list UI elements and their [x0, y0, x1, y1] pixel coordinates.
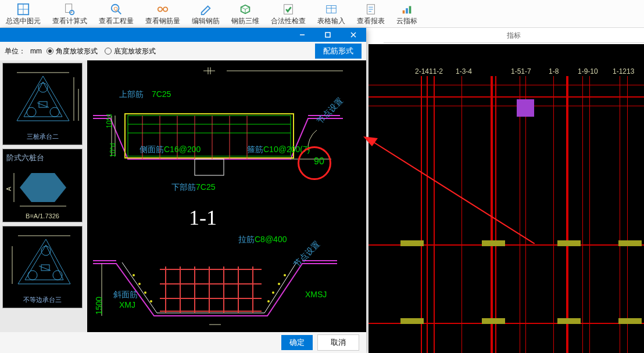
tool-view-quantity[interactable]: Q 查看工程量: [93, 1, 139, 27]
unit-value: mm: [30, 47, 42, 55]
tool-view-formula[interactable]: 查看计算式: [46, 1, 93, 27]
minimize-button[interactable]: [289, 28, 315, 42]
tool-rebar-3d[interactable]: 钢筋三维: [226, 1, 265, 27]
label-text: 下部筋: [171, 182, 196, 192]
dialog-title-bar: [0, 28, 366, 42]
tool-view-rebar-qty[interactable]: 查看钢筋量: [139, 1, 186, 27]
svg-point-88: [284, 274, 286, 276]
tool-label: 查看工程量: [99, 16, 134, 26]
pile-cap-block[interactable]: [557, 240, 581, 246]
grid-line: [553, 76, 554, 353]
grid-line: [368, 85, 644, 85]
tool-edit-rebar[interactable]: 编辑钢筋: [186, 1, 226, 27]
ribbon-sub-text: 指标: [507, 31, 521, 41]
xmj-value[interactable]: XMJ: [119, 300, 135, 309]
edit-icon: [198, 2, 214, 16]
rebar-qty-icon: [155, 2, 171, 16]
svg-point-91: [267, 300, 270, 302]
pile-cap-block[interactable]: [400, 240, 424, 246]
cube-icon: [237, 2, 253, 16]
dialog-footer: 确定 取消: [0, 332, 366, 353]
rebar-value: 7C25: [152, 89, 171, 99]
tie-annotation[interactable]: 拉筋C8@400: [238, 235, 287, 245]
side-rebar-annotation[interactable]: 侧面筋C16@200: [139, 145, 201, 155]
svg-line-47: [39, 266, 51, 271]
cancel-button[interactable]: 取消: [317, 334, 359, 351]
svg-point-44: [28, 271, 37, 280]
thumb-caption: 三桩承台二: [5, 131, 80, 142]
axis-label: 1-3-4: [456, 67, 472, 75]
svg-text:A: A: [5, 186, 12, 191]
svg-rect-10: [284, 5, 293, 15]
grid-line: [495, 76, 496, 353]
svg-rect-19: [406, 8, 408, 13]
pile-cap-block[interactable]: [482, 318, 505, 324]
unit-label: 单位：: [5, 46, 26, 56]
section-drawing-area[interactable]: 上部筋 7C25 侧面筋C16@200 箍筋C10@200(7) 下部筋7C25…: [87, 60, 366, 332]
label-text: 箍筋: [247, 145, 263, 154]
tool-label: 合法性检查: [271, 16, 306, 26]
grid-line: [427, 76, 428, 353]
svg-point-8: [158, 7, 162, 11]
grid-line: [589, 76, 590, 353]
dialog-body: 三桩承台二 阶式六桩台 A B=A/1.7326: [0, 60, 366, 332]
radio-width-slope[interactable]: 底宽放坡形式: [105, 46, 156, 56]
column-block[interactable]: [517, 99, 534, 117]
svg-line-6: [118, 11, 121, 15]
magnify-q-icon: Q: [108, 2, 124, 16]
chart-icon: [399, 2, 415, 16]
template-thumb-tripile[interactable]: 三桩承台二: [2, 63, 83, 145]
tool-label: 云指标: [396, 16, 417, 26]
dim-10d-upper: 10*d: [105, 114, 113, 128]
pile-cap-block[interactable]: [618, 318, 642, 324]
template-thumb-unequal[interactable]: 不等边承台三: [2, 226, 83, 308]
svg-point-86: [144, 291, 146, 294]
check-icon: [280, 2, 296, 16]
axis-label: 1-9-10: [578, 67, 598, 75]
template-side-panel[interactable]: 三桩承台二 阶式六桩台 A B=A/1.7326: [0, 60, 87, 332]
tool-label: 表格输入: [317, 16, 345, 26]
svg-point-84: [133, 274, 135, 276]
bottom-rebar-annotation[interactable]: 下部筋7C25: [171, 182, 215, 193]
grid-line: [566, 76, 568, 353]
top-rebar-annotation[interactable]: 上部筋 7C25: [119, 89, 171, 100]
close-button[interactable]: [341, 28, 366, 42]
pile-cap-block[interactable]: [557, 318, 581, 324]
axis-label: 2-1411-2: [415, 67, 443, 75]
ok-button[interactable]: 确定: [281, 335, 313, 350]
pile-cap-block[interactable]: [400, 318, 424, 324]
slope-rebar-label[interactable]: 斜面筋: [113, 290, 138, 300]
grid-line: [368, 96, 644, 98]
grid-icon: [15, 2, 31, 16]
grid-line: [368, 106, 644, 106]
tool-select-elements[interactable]: 总选中图元: [0, 1, 46, 27]
pile-cap-block[interactable]: [618, 240, 642, 246]
svg-marker-37: [20, 173, 66, 202]
svg-marker-42: [25, 245, 63, 280]
label-text: 侧面筋: [139, 145, 164, 154]
tool-label: 查看钢筋量: [145, 16, 180, 26]
tool-label: 钢筋三维: [231, 16, 259, 26]
svg-rect-24: [325, 33, 330, 37]
maximize-button[interactable]: [315, 28, 341, 42]
thumb-caption: 不等边承台三: [5, 294, 80, 305]
axis-label: 1-1213: [613, 67, 634, 75]
svg-rect-20: [409, 6, 412, 14]
axis-label: 1-8: [549, 67, 559, 75]
radio-angle-slope[interactable]: 角度放坡形式: [46, 46, 98, 56]
template-thumb-hexpile[interactable]: 阶式六桩台 A B=A/1.7326: [2, 149, 83, 222]
top-toolbar: 总选中图元 查看计算式 Q 查看工程量 查看钢筋量 编辑钢筋 钢筋三维 合法性检…: [0, 0, 644, 28]
svg-point-87: [150, 300, 152, 302]
pile-cap-block[interactable]: [482, 240, 505, 246]
label-text: 上部筋: [119, 89, 144, 99]
tool-view-report[interactable]: 查看报表: [351, 1, 391, 27]
thumb-formula: B=A/1.7326: [5, 212, 80, 219]
tool-validity-check[interactable]: 合法性检查: [265, 1, 312, 27]
grid-line: [434, 76, 435, 353]
rebar-form-button[interactable]: 配筋形式: [315, 44, 362, 59]
tool-table-input[interactable]: 表格输入: [312, 1, 351, 27]
model-viewport[interactable]: 2-1411-2 1-3-4 1-51-7 1-8 1-9-10 1-1213: [368, 44, 644, 353]
svg-point-9: [163, 7, 167, 11]
xmsj-value[interactable]: XMSJ: [305, 290, 327, 299]
tool-cloud-index[interactable]: 云指标: [391, 1, 423, 27]
